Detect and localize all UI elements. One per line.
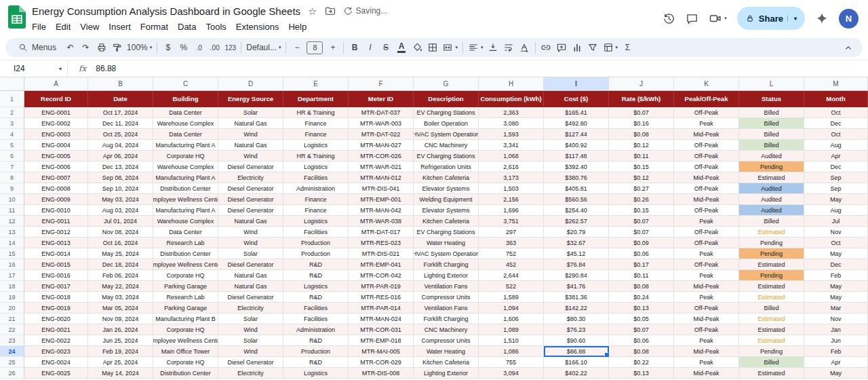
insert-comment-button[interactable] — [554, 39, 570, 56]
cell-K15[interactable]: Peak — [674, 248, 739, 259]
header-cell-a[interactable]: Record ID — [24, 91, 88, 107]
cell-A8[interactable]: ENG-0007 — [24, 172, 88, 183]
table-views-button[interactable]: ▾ — [601, 39, 620, 56]
zoom-select[interactable]: 100% ▾ — [125, 39, 154, 56]
cell-B5[interactable]: Aug 04, 2024 — [88, 140, 153, 151]
cell-I14[interactable]: $32.67 — [544, 238, 609, 248]
cell-E18[interactable]: Logistics — [283, 281, 349, 292]
cell-I18[interactable]: $41.76 — [544, 281, 609, 292]
cell-H3[interactable]: 3,080 — [479, 118, 544, 129]
cell-J16[interactable]: $0.17 — [609, 259, 674, 270]
borders-button[interactable] — [425, 39, 440, 56]
cell-G18[interactable]: Ventilation Fans — [414, 281, 479, 292]
column-header-j[interactable]: J — [609, 77, 674, 90]
share-dropdown[interactable]: ▾ — [787, 16, 797, 22]
menu-data[interactable]: Data — [173, 20, 201, 33]
cell-L8[interactable]: Estimated — [739, 172, 804, 183]
select-all-corner[interactable] — [0, 77, 24, 90]
cell-H9[interactable]: 1,503 — [479, 183, 544, 194]
cell-D14[interactable]: Wind — [218, 238, 283, 248]
menu-tools[interactable]: Tools — [201, 20, 231, 33]
comments-button[interactable] — [686, 12, 698, 25]
row-number-25[interactable]: 25 — [0, 357, 24, 368]
cell-H16[interactable]: 452 — [479, 259, 544, 270]
vertical-align-button[interactable] — [486, 39, 501, 56]
row-number-4[interactable]: 4 — [0, 129, 24, 140]
cell-D4[interactable]: Wind — [218, 129, 283, 140]
functions-button[interactable]: Σ — [620, 39, 635, 56]
row-number-23[interactable]: 23 — [0, 335, 24, 346]
cell-B11[interactable]: Aug 03, 2024 — [88, 205, 153, 216]
cell-I20[interactable]: $142.22 — [544, 303, 609, 314]
cell-L7[interactable]: Pending — [739, 162, 804, 172]
cell-I8[interactable]: $380.76 — [544, 172, 609, 183]
cell-M6[interactable]: Apr — [804, 151, 868, 162]
cell-F17[interactable]: MTR-COR-042 — [349, 270, 414, 281]
cell-D25[interactable]: Diesel Generator — [218, 357, 283, 368]
cell-H19[interactable]: 1,589 — [479, 292, 544, 303]
cell-B18[interactable]: May 22, 2024 — [88, 281, 153, 292]
cell-J22[interactable]: $0.07 — [609, 324, 674, 335]
row-number-22[interactable]: 22 — [0, 324, 24, 335]
cell-K19[interactable]: Peak — [674, 292, 739, 303]
cell-C26[interactable]: Distribution Center — [153, 368, 218, 379]
cell-L20[interactable]: Billed — [739, 303, 804, 314]
column-header-k[interactable]: K — [674, 77, 739, 90]
menu-help[interactable]: Help — [283, 20, 311, 33]
cell-J9[interactable]: $0.27 — [609, 183, 674, 194]
cell-I9[interactable]: $405.81 — [544, 183, 609, 194]
cell-A19[interactable]: ENG-0018 — [24, 292, 88, 303]
cell-J26[interactable]: $0.13 — [609, 368, 674, 379]
column-header-h[interactable]: H — [479, 77, 544, 90]
cell-L5[interactable]: Billed — [739, 140, 804, 151]
cell-B3[interactable]: Dec 11, 2024 — [88, 118, 153, 129]
cell-L14[interactable]: Pending — [739, 238, 804, 248]
cell-F23[interactable]: MTR-EMP-018 — [349, 335, 414, 346]
cell-F15[interactable]: MTR-DIS-021 — [349, 248, 414, 259]
cell-H14[interactable]: 363 — [479, 238, 544, 248]
cell-A22[interactable]: ENG-0021 — [24, 324, 88, 335]
cell-F12[interactable]: MTR-WAR-038 — [349, 216, 414, 227]
row-number-10[interactable]: 10 — [0, 194, 24, 205]
menu-format[interactable]: Format — [136, 20, 173, 33]
cell-B26[interactable]: May 14, 2024 — [88, 368, 153, 379]
cell-J18[interactable]: $0.08 — [609, 281, 674, 292]
cell-L12[interactable]: Billed — [739, 216, 804, 227]
cell-A18[interactable]: ENG-0017 — [24, 281, 88, 292]
cell-K16[interactable]: Off-Peak — [674, 259, 739, 270]
cell-E11[interactable]: Finance — [283, 205, 349, 216]
cell-F10[interactable]: MTR-EMP-001 — [349, 194, 414, 205]
cell-C6[interactable]: Corporate HQ — [153, 151, 218, 162]
sheets-logo[interactable] — [8, 5, 26, 31]
cell-G4[interactable]: HVAC System Operation — [414, 129, 479, 140]
cell-I12[interactable]: $262.57 — [544, 216, 609, 227]
header-cell-d[interactable]: Energy Source — [218, 91, 283, 107]
cell-M7[interactable]: Dec — [804, 162, 868, 172]
cell-K25[interactable]: Peak — [674, 357, 739, 368]
undo-button[interactable]: ↶ — [62, 39, 78, 56]
cell-M3[interactable]: Dec — [804, 118, 868, 129]
cell-A12[interactable]: ENG-0011 — [24, 216, 88, 227]
text-rotation-button[interactable] — [517, 39, 532, 56]
cell-F3[interactable]: MTR-WAR-003 — [349, 118, 414, 129]
cell-H22[interactable]: 1,089 — [479, 324, 544, 335]
cell-K6[interactable]: Off-Peak — [674, 151, 739, 162]
cell-E9[interactable]: Administration — [283, 183, 349, 194]
cell-F9[interactable]: MTR-DIS-041 — [349, 183, 414, 194]
cell-K4[interactable]: Mid-Peak — [674, 129, 739, 140]
cell-E16[interactable]: R&D — [283, 259, 349, 270]
cell-I23[interactable]: $90.60 — [544, 335, 609, 346]
cell-F13[interactable]: MTR-DAT-017 — [349, 227, 414, 238]
cell-A20[interactable]: ENG-0019 — [24, 303, 88, 314]
column-header-e[interactable]: E — [283, 77, 349, 90]
cell-F21[interactable]: MTR-MAN-024 — [349, 314, 414, 324]
column-header-a[interactable]: A — [24, 77, 88, 90]
cell-E23[interactable]: R&D — [283, 335, 349, 346]
cell-D8[interactable]: Electricity — [218, 172, 283, 183]
cell-E4[interactable]: Finance — [283, 129, 349, 140]
cell-B21[interactable]: Nov 09, 2024 — [88, 314, 153, 324]
cell-F4[interactable]: MTR-DAT-022 — [349, 129, 414, 140]
fill-color-button[interactable] — [409, 39, 425, 56]
more-formats-button[interactable]: 123 — [222, 39, 238, 56]
cell-C15[interactable]: Distribution Center — [153, 248, 218, 259]
